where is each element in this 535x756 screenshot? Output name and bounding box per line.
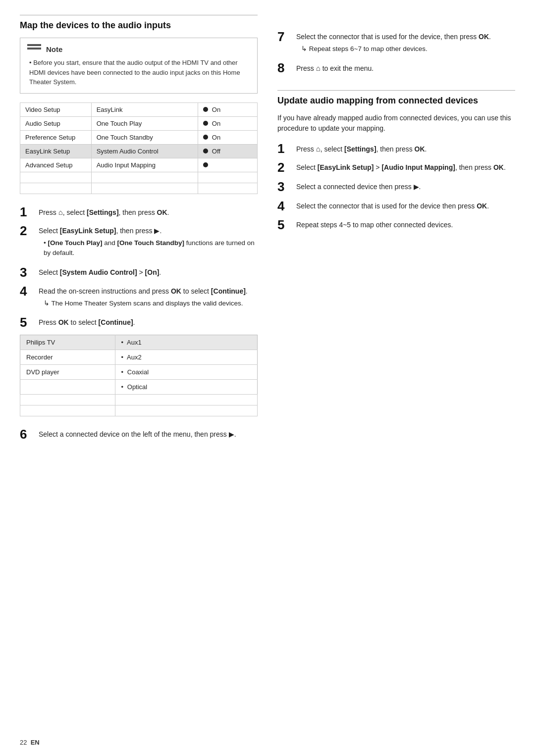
right-step-2: 2 Select [EasyLink Setup] > [Audio Input… — [277, 160, 515, 175]
step-2-number: 2 — [20, 224, 34, 238]
settings-cell-label-2: Preference Setup — [20, 130, 92, 144]
device-table: Philips TV• Aux1Recorder• Aux2DVD player… — [20, 335, 258, 416]
settings-cell-value-2: On — [198, 130, 258, 144]
step-2: 2 Select [EasyLink Setup], then press ▶.… — [20, 224, 258, 260]
settings-row-1: Audio SetupOne Touch Play On — [20, 116, 258, 130]
settings-cell-value-4 — [198, 158, 258, 172]
status-dot-0 — [203, 107, 208, 112]
settings-empty-cell-0-2 — [198, 172, 258, 183]
note-content: Before you start, ensure that the audio … — [29, 59, 240, 86]
settings-cell-value-1: On — [198, 116, 258, 130]
step-2-content: Select [EasyLink Setup], then press ▶. [… — [39, 224, 258, 260]
right-step-3: 3 Select a connected device then press ▶… — [277, 180, 515, 194]
settings-row-2: Preference SetupOne Touch Standby On — [20, 130, 258, 144]
settings-cell-option-4: Audio Input Mapping — [91, 158, 198, 172]
device-name-2: DVD player — [20, 365, 115, 380]
settings-cell-option-3: System Audio Control — [91, 144, 198, 158]
step-4-arrows: The Home Theater System scans and displa… — [39, 299, 258, 308]
right-section-2: Update audio mapping from connected devi… — [277, 90, 515, 232]
settings-cell-value-3: Off — [198, 144, 258, 158]
step-1: 1 Press ⌂, select [Settings], then press… — [20, 205, 258, 219]
right-step-2-number: 2 — [277, 160, 291, 175]
connector-bullet-1: • — [121, 353, 124, 361]
step-5: 5 Press OK to select [Continue]. — [20, 315, 258, 330]
settings-table: Video SetupEasyLink OnAudio SetupOne Tou… — [20, 102, 258, 194]
device-connector-4 — [115, 395, 257, 405]
left-column: Map the devices to the audio inputs Note… — [20, 15, 258, 447]
step-7-content: Select the connector that is used for th… — [296, 30, 515, 56]
device-connector-5 — [115, 405, 257, 416]
right-step-1: 1 Press ⌂, select [Settings], then press… — [277, 142, 515, 156]
step-7-number: 7 — [277, 30, 291, 44]
status-dot-4 — [203, 162, 208, 167]
step-6-content: Select a connected device on the left of… — [39, 427, 258, 440]
right-step-4-content: Select the connector that is used for th… — [296, 199, 515, 211]
device-row-2: DVD player• Coaxial — [20, 365, 258, 380]
settings-empty-cell-1-0 — [20, 183, 92, 194]
settings-cell-option-0: EasyLink — [91, 102, 198, 116]
device-name-0: Philips TV — [20, 335, 115, 350]
device-name-1: Recorder — [20, 350, 115, 365]
settings-cell-option-1: One Touch Play — [91, 116, 198, 130]
status-dot-1 — [203, 121, 208, 126]
settings-row-3: EasyLink SetupSystem Audio Control Off — [20, 144, 258, 158]
device-name-5 — [20, 405, 115, 416]
device-row-4 — [20, 395, 258, 405]
settings-empty-row-1 — [20, 183, 258, 194]
right-step-1-number: 1 — [277, 142, 291, 156]
device-connector-2: • Coaxial — [115, 365, 257, 380]
settings-cell-label-4: Advanced Setup — [20, 158, 92, 172]
step-2-bullets: [One Touch Play] and [One Touch Standby]… — [39, 238, 258, 258]
right-step-4-number: 4 — [277, 199, 291, 213]
step-6-number: 6 — [20, 427, 34, 442]
connector-bullet-0: • — [121, 339, 124, 346]
device-connector-3: • Optical — [115, 380, 257, 395]
step-7-arrow-1: Repeat steps 6~7 to map other devices. — [301, 44, 515, 54]
settings-empty-cell-1-1 — [91, 183, 198, 194]
settings-cell-label-3: EasyLink Setup — [20, 144, 92, 158]
right-section-title: Update audio mapping from connected devi… — [277, 96, 515, 106]
right-step-3-content: Select a connected device then press ▶. — [296, 180, 515, 192]
right-step-5-content: Repeat steps 4~5 to map other connected … — [296, 218, 515, 230]
device-name-4 — [20, 395, 115, 405]
settings-row-0: Video SetupEasyLink On — [20, 102, 258, 116]
step-5-content: Press OK to select [Continue]. — [39, 315, 258, 328]
right-step-2-content: Select [EasyLink Setup] > [Audio Input M… — [296, 160, 515, 173]
step-1-number: 1 — [20, 205, 34, 219]
note-label: Note — [46, 45, 62, 53]
note-box: Note • Before you start, ensure that the… — [20, 38, 258, 94]
home-icon-r1: ⌂ — [316, 144, 321, 155]
step-3-number: 3 — [20, 265, 34, 280]
right-step-1-content: Press ⌂, select [Settings], then press O… — [296, 142, 515, 155]
note-header: Note — [27, 44, 250, 54]
settings-cell-label-1: Audio Setup — [20, 116, 92, 130]
device-row-3: • Optical — [20, 380, 258, 395]
step-1-content: Press ⌂, select [Settings], then press O… — [39, 205, 258, 218]
left-section-title: Map the devices to the audio inputs — [20, 20, 258, 31]
step-7-arrows: Repeat steps 6~7 to map other devices. — [296, 44, 515, 54]
lang: EN — [31, 739, 40, 746]
settings-cell-value-0: On — [198, 102, 258, 116]
note-text: • Before you start, ensure that the audi… — [27, 58, 250, 87]
connector-bullet-3: • — [121, 383, 124, 391]
device-row-5 — [20, 405, 258, 416]
device-row-1: Recorder• Aux2 — [20, 350, 258, 365]
note-icon — [27, 44, 41, 54]
steps-1-5: 1 Press ⌂, select [Settings], then press… — [20, 205, 258, 330]
settings-empty-cell-0-1 — [91, 172, 198, 183]
settings-row-4: Advanced SetupAudio Input Mapping — [20, 158, 258, 172]
section2-intro: If you have already mapped audio from co… — [277, 113, 515, 134]
step-3-content: Select [System Audio Control] > [On]. — [39, 265, 258, 278]
device-connector-0: • Aux1 — [115, 335, 257, 350]
right-step-5: 5 Repeat steps 4~5 to map other connecte… — [277, 218, 515, 232]
status-dot-2 — [203, 135, 208, 140]
home-icon-s8: ⌂ — [316, 63, 321, 74]
step-8: 8 Press ⌂ to exit the menu. — [277, 61, 515, 75]
settings-cell-label-0: Video Setup — [20, 102, 92, 116]
note-bullet: • — [29, 59, 33, 66]
step-3: 3 Select [System Audio Control] > [On]. — [20, 265, 258, 280]
page-footer: 22 EN — [20, 739, 40, 746]
settings-empty-cell-1-2 — [198, 183, 258, 194]
status-dot-3 — [203, 149, 208, 153]
step-4-content: Read the on-screen instructions and pres… — [39, 284, 258, 310]
